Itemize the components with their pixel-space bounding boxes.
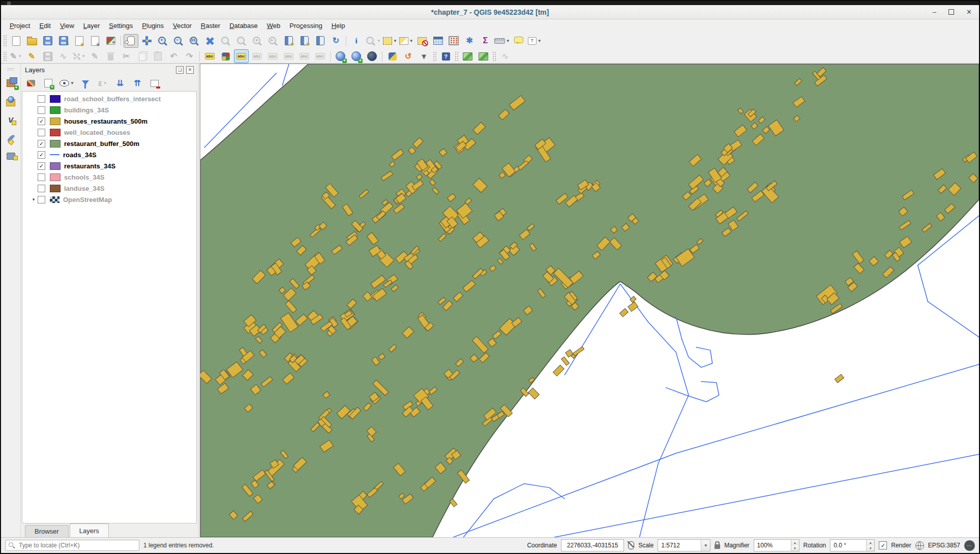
open-layer-styling-icon[interactable] [24,77,38,90]
style-manager-icon[interactable]: a [103,34,118,48]
menu-layer[interactable]: Layer [79,20,105,31]
delete-selected-icon[interactable] [103,49,118,63]
label-show-hide-icon[interactable]: abc [265,49,280,63]
metasearch-add2-icon[interactable] [349,49,364,63]
coordinate-input[interactable] [561,539,624,551]
menu-settings[interactable]: Settings [104,20,137,31]
label-pin-icon[interactable]: abc [250,49,264,63]
layer-checkbox[interactable] [38,185,45,192]
current-edits-icon[interactable]: ✎▼ [9,49,23,63]
toggle-editing-icon[interactable]: ✎ [24,49,39,63]
deselect-all-icon[interactable] [415,34,430,48]
remove-layer-icon[interactable] [148,77,161,90]
menu-database[interactable]: Database [225,20,262,31]
menu-web[interactable]: Web [262,20,285,31]
quickmap-services-icon[interactable] [460,49,475,63]
map-canvas[interactable] [200,64,979,537]
measure-icon[interactable]: ▼ [494,34,511,48]
layer-name[interactable]: landuse_34S [64,185,105,192]
quickosm-icon[interactable] [476,49,491,63]
zoom-next-icon[interactable]: ▸ [265,34,280,48]
processing-toolbox-icon[interactable]: ✱ [462,34,477,48]
panel-close-icon[interactable]: ✕ [186,66,194,74]
spin-down-icon[interactable]: ▼ [867,545,874,551]
render-checkbox[interactable]: ✓ [879,541,887,549]
expander-icon[interactable]: ▾ [29,197,38,202]
rotation-spinner[interactable]: 0.0 ° ▲▼ [830,539,875,551]
layer-checkbox[interactable]: ✓ [38,118,45,125]
label-change-icon[interactable]: abc [313,49,328,63]
select-by-form-icon[interactable]: ▼ [399,34,414,48]
layer-checkbox[interactable] [38,106,45,114]
text-annotation-icon[interactable]: T▼ [527,34,542,48]
redo-icon[interactable]: ↷ [182,49,197,63]
menu-raster[interactable]: Raster [196,20,225,31]
layer-checkbox[interactable]: ✓ [38,151,45,159]
scale-combo[interactable]: 1:5712 ▼ [658,539,710,551]
label-highlight-icon[interactable]: abc [234,49,249,63]
menu-view[interactable]: View [55,20,79,31]
layer-row[interactable]: road_school_buffers_intersect [22,93,196,104]
bookmark-manager-icon[interactable] [313,34,328,48]
layer-checkbox[interactable] [38,95,45,103]
layer-row[interactable]: landuse_34S [22,183,196,194]
refresh-icon[interactable]: ↻ [329,34,343,48]
collapse-all-icon[interactable]: ⇈ [131,77,144,90]
chevron-down-icon[interactable]: ▼ [701,540,710,551]
layer-name[interactable]: buildings_34S [64,106,109,114]
show-bookmarks-icon[interactable] [297,34,312,48]
zoom-native-icon[interactable]: 1:1 [187,34,201,48]
label-add-icon[interactable]: abc [281,49,296,63]
crs-globe-icon[interactable] [915,541,924,550]
paste-features-icon[interactable] [151,49,165,63]
save-project-as-icon[interactable]: ✎ [56,34,71,48]
pan-to-selection-icon[interactable] [139,34,154,48]
pan-map-icon[interactable] [124,34,138,48]
spin-up-icon[interactable]: ▲ [791,540,799,545]
layer-labeling-icon[interactable]: abc [202,49,217,63]
layer-row[interactable]: ✓houses_restaurants_500m [22,115,196,127]
manage-map-themes-icon[interactable]: ▼ [59,77,75,90]
show-layout-manager-icon[interactable] [87,34,102,48]
new-bookmark-icon[interactable] [281,34,296,48]
menu-processing[interactable]: Processing [285,20,326,31]
toolbar-overflow-icon[interactable]: ▾ [417,49,431,63]
menu-project[interactable]: Project [5,20,35,31]
metasearch-add-icon[interactable] [333,49,348,63]
zoom-full-icon[interactable] [202,34,217,48]
layer-name[interactable]: roads_34S [63,151,97,159]
layer-row[interactable]: ▾OpenStreetMap [22,194,196,205]
panel-float-icon[interactable]: ❏ [176,66,184,74]
crs-status[interactable]: EPSG:3857 [928,542,960,549]
toggle-extents-icon[interactable] [628,541,634,549]
osm-place-search-icon[interactable] [365,49,379,63]
save-project-icon[interactable] [40,34,55,48]
layer-name[interactable]: road_school_buffers_intersect [64,95,161,103]
locate-input[interactable] [18,541,136,549]
modify-attributes-icon[interactable]: ✎ [87,49,102,63]
python-console-icon[interactable] [385,49,400,63]
filter-legend-icon[interactable] [79,77,92,90]
menu-edit[interactable]: Edit [35,20,55,31]
layer-checkbox[interactable] [38,129,45,136]
digitize-icon[interactable]: ∿ [56,49,71,63]
layer-row[interactable]: ✓restaurants_34S [22,160,196,171]
locator-bar[interactable] [5,540,139,551]
statistics-icon[interactable]: Σ [478,34,493,48]
layer-diagram-icon[interactable] [218,49,233,63]
add-vector-layer-icon[interactable]: V [4,113,17,126]
open-attribute-table-icon[interactable] [431,34,446,48]
save-layer-edits-icon[interactable]: ✎ [40,49,55,63]
new-project-icon[interactable] [9,34,23,48]
layer-checkbox[interactable] [38,196,45,203]
layer-name[interactable]: houses_restaurants_500m [64,118,147,125]
run-feature-action-icon[interactable]: ▼ [365,34,381,48]
lock-scale-icon[interactable] [715,544,720,549]
copy-features-icon[interactable] [135,49,150,63]
close-icon[interactable]: ✕ [966,9,972,15]
plugin-reload-icon[interactable]: ↺ [401,49,415,63]
menu-vector[interactable]: Vector [168,20,196,31]
label-move-icon[interactable]: abc [297,49,312,63]
field-calculator-icon[interactable] [447,34,461,48]
layer-checkbox[interactable]: ✓ [38,140,45,148]
